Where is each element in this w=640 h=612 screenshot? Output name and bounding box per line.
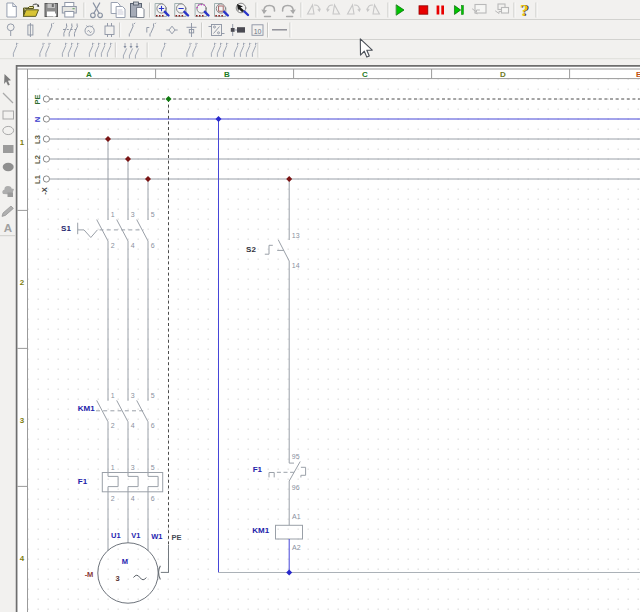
svg-text:2: 2: [111, 242, 115, 249]
svg-text:-X: -X: [40, 187, 49, 195]
svg-text:3: 3: [131, 392, 135, 399]
svg-text:W1: W1: [151, 532, 162, 541]
svg-text:3: 3: [131, 211, 135, 218]
svg-text:1: 1: [111, 211, 115, 218]
svg-text:6: 6: [151, 422, 155, 429]
svg-text:F1: F1: [253, 465, 263, 474]
svg-text:95: 95: [292, 453, 300, 460]
svg-text:5: 5: [151, 211, 155, 218]
svg-text:KM1: KM1: [78, 404, 95, 413]
svg-text:M: M: [122, 557, 128, 566]
svg-text:?: ?: [520, 1, 529, 20]
svg-text:S1: S1: [61, 224, 71, 233]
svg-text:S2: S2: [246, 245, 256, 254]
svg-text:A: A: [86, 70, 92, 79]
svg-text:L1: L1: [33, 175, 42, 184]
svg-text:1: 1: [111, 464, 115, 471]
svg-text:U1: U1: [111, 531, 121, 540]
svg-text:14: 14: [292, 262, 300, 269]
svg-text:10: 10: [254, 28, 262, 35]
svg-text:5: 5: [151, 464, 155, 471]
svg-text:2: 2: [111, 422, 115, 429]
svg-text:E: E: [636, 70, 640, 79]
svg-text:1: 1: [111, 392, 115, 399]
svg-text:3: 3: [115, 574, 119, 583]
svg-text:2: 2: [111, 495, 115, 502]
svg-text:PE: PE: [33, 94, 42, 104]
svg-text:-M: -M: [85, 570, 94, 579]
svg-text:D: D: [500, 70, 506, 79]
svg-text:6: 6: [151, 242, 155, 249]
svg-text:2: 2: [20, 278, 25, 287]
svg-text:C: C: [362, 70, 368, 79]
svg-text:4: 4: [20, 554, 25, 563]
svg-text:3: 3: [131, 464, 135, 471]
svg-text:A1: A1: [292, 513, 301, 520]
svg-text:PE: PE: [172, 533, 182, 542]
svg-text:V1: V1: [131, 531, 140, 540]
svg-text:F1: F1: [78, 477, 88, 486]
svg-text:L2: L2: [33, 155, 42, 164]
svg-text:4: 4: [131, 242, 135, 249]
svg-text:1: 1: [20, 138, 25, 147]
svg-text:5: 5: [151, 392, 155, 399]
svg-text:96: 96: [292, 484, 300, 491]
svg-text:N: N: [33, 117, 42, 122]
svg-text:KM1: KM1: [252, 526, 269, 535]
svg-text:3: 3: [20, 416, 25, 425]
svg-text:6: 6: [151, 495, 155, 502]
svg-text:13: 13: [292, 232, 300, 239]
svg-text:A: A: [4, 222, 12, 234]
svg-text:L3: L3: [33, 135, 42, 144]
svg-text:4: 4: [131, 495, 135, 502]
svg-text:A2: A2: [292, 544, 301, 551]
svg-text:B: B: [224, 70, 230, 79]
svg-text:4: 4: [131, 422, 135, 429]
